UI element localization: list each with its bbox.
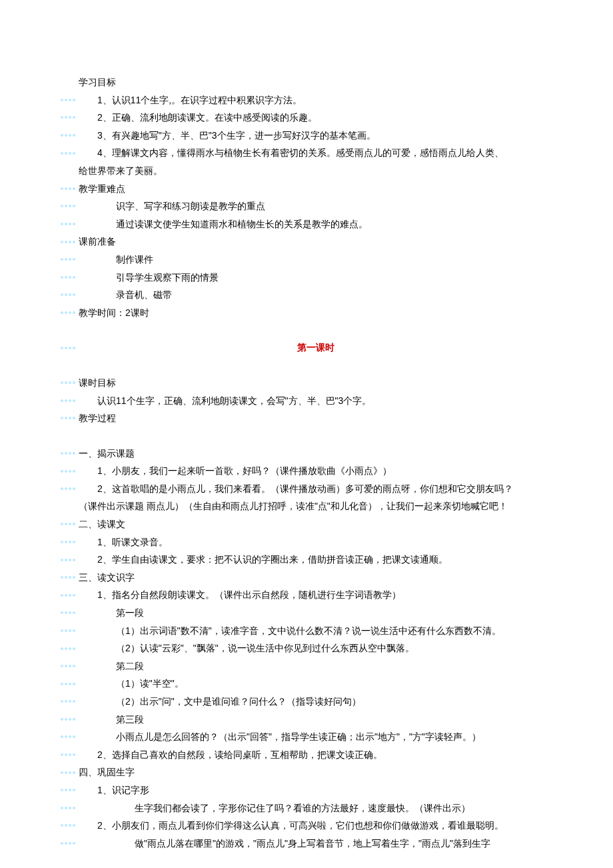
s3-d1a: （1）出示词语"数不清"，读准字音，文中说什么数不清？说一说生活中还有什么东西数… [60, 622, 553, 640]
section-3-title: 三、读文识字 [60, 569, 553, 587]
s3-d1b: （2）认读"云彩"、"飘落"，说一说生活中你见到过什么东西从空中飘落。 [60, 639, 553, 657]
s1-p2: 2、这首歌唱的是小雨点儿，我们来看看。（课件播放动画）多可爱的雨点呀，你们想和它… [60, 480, 553, 498]
teaching-time: 教学时间：2课时 [60, 304, 553, 322]
goal-item-1: 1、认识11个生字,。在识字过程中积累识字方法。 [60, 91, 553, 109]
keqian-item-1: 制作课件 [60, 251, 553, 269]
s3-d3-label: 第三段 [60, 711, 553, 729]
s1-p1: 1、小朋友，我们一起来听一首歌，好吗？（课件播放歌曲《小雨点》） [60, 462, 553, 480]
goal-item-4: 4、理解课文内容，懂得雨水与植物生长有着密切的关系。感受雨点儿的可爱，感悟雨点儿… [60, 144, 553, 162]
s3-d1-label: 第一段 [60, 604, 553, 622]
goal-item-4-cont: 给世界带来了美丽。 [60, 162, 553, 180]
s3-d3a: 小雨点儿是怎么回答的？（出示"回答"，指导学生读正确；出示"地方"，"方"字读轻… [60, 728, 553, 746]
s3-p1: 1、指名分自然段朗读课文。（课件出示自然段，随机进行生字词语教学） [60, 586, 553, 604]
s4-p1a: 生字我们都会读了，字形你记住了吗？看谁的方法最好，速度最快。（课件出示） [60, 799, 553, 817]
s3-d2-label: 第二段 [60, 657, 553, 675]
section-1-title: 一、揭示课题 [60, 445, 553, 463]
heading-keshi-mubiao: 课时目标 [60, 374, 553, 392]
s2-p2: 2、学生自由读课文，要求：把不认识的字圈出来，借助拼音读正确，把课文读通顺。 [60, 551, 553, 569]
heading-learning-goals: 学习目标 [60, 73, 553, 91]
s4-p2: 2、小朋友们，雨点儿看到你们学得这么认真，可高兴啦，它们也想和你们做做游戏，看谁… [60, 817, 553, 835]
keqian-item-3: 录音机、磁带 [60, 286, 553, 304]
keqian-item-2: 引导学生观察下雨的情景 [60, 269, 553, 287]
s2-p1: 1、听课文录音。 [60, 533, 553, 551]
goal-item-2: 2、正确、流利地朗读课文。在读中感受阅读的乐趣。 [60, 109, 553, 127]
s3-d2b: （2）出示"问"，文中是谁问谁？问什么？（指导读好问句） [60, 693, 553, 711]
s4-p1: 1、识记字形 [60, 781, 553, 799]
goal-item-3: 3、有兴趣地写"方、半、巴"3个生字，进一步写好汉字的基本笔画。 [60, 127, 553, 145]
section-4-title: 四、巩固生字 [60, 763, 553, 781]
period-1-title: 第一课时 [60, 339, 553, 357]
s3-d2a: （1）读"半空"。 [60, 675, 553, 693]
s4-p2a: 做"雨点儿落在哪里"的游戏，"雨点儿"身上写着音节，地上写着生字，"雨点儿"落到… [60, 835, 553, 853]
heading-keqian: 课前准备 [60, 233, 553, 251]
zhongdian-item-2: 通过读课文使学生知道雨水和植物生长的关系是教学的难点。 [60, 215, 553, 233]
heading-zhongdian: 教学重难点 [60, 180, 553, 198]
heading-guocheng: 教学过程 [60, 409, 553, 427]
s1-p2b: （课件出示课题 雨点儿）（生自由和雨点儿打招呼，读准"点"和儿化音），让我们一起… [60, 497, 553, 515]
keshi-mubiao-text: 认识11个生字，正确、流利地朗读课文，会写"方、半、巴"3个字。 [60, 392, 553, 410]
period-1-title-text: 第一课时 [297, 342, 334, 353]
s3-p2: 2、选择自己喜欢的自然段，读给同桌听，互相帮助，把课文读正确。 [60, 746, 553, 764]
section-2-title: 二、读课文 [60, 515, 553, 533]
zhongdian-item-1: 识字、写字和练习朗读是教学的重点 [60, 197, 553, 215]
